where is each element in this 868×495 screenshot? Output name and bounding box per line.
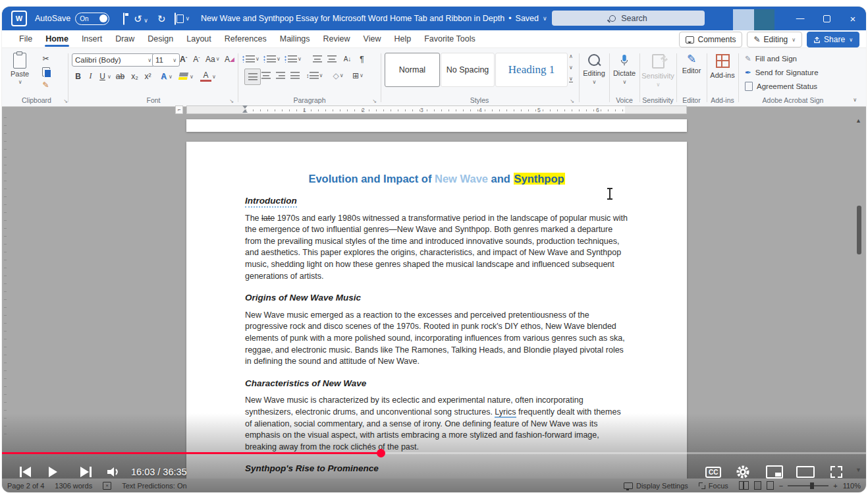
zoom-slider-thumb[interactable] (810, 482, 814, 489)
paragraph-dialog-launcher[interactable]: ↘ (372, 98, 377, 104)
decrease-indent-button[interactable] (312, 53, 323, 65)
style-no-spacing[interactable]: No Spacing (441, 53, 495, 87)
multilevel-list-button[interactable]: ∨ (288, 53, 302, 65)
word-count[interactable]: 1306 words (55, 482, 92, 490)
quick-access-overflow-button[interactable]: ∨ (185, 16, 190, 22)
strikethrough-button[interactable]: ab (115, 70, 126, 82)
theater-mode-button[interactable] (796, 461, 815, 482)
text-effects-button[interactable]: A (158, 70, 169, 82)
editing-mode-button[interactable]: ✎ Editing ∨ (747, 32, 802, 47)
underline-button[interactable]: U (97, 70, 108, 82)
zoom-out-button[interactable]: − (779, 482, 783, 490)
scrollbar-thumb[interactable] (857, 206, 861, 254)
play-button[interactable] (45, 461, 60, 482)
settings-button[interactable] (736, 461, 750, 482)
subscript-button[interactable]: x₂ (129, 70, 140, 82)
tab-home[interactable]: Home (39, 32, 75, 46)
copy-button[interactable] (175, 14, 176, 24)
style-heading-1[interactable]: Heading 1 (495, 53, 568, 87)
change-case-button[interactable]: Aa∨ (205, 53, 220, 65)
tab-layout[interactable]: Layout (180, 32, 218, 46)
align-left-button[interactable] (244, 69, 261, 85)
player-progress-bar[interactable] (2, 452, 866, 454)
autosave-toggle[interactable]: AutoSave On (35, 13, 109, 25)
page-2[interactable]: Evolution and Impact of New Wave and Syn… (186, 142, 687, 492)
comments-button[interactable]: Comments (679, 32, 742, 47)
page-indicator[interactable]: Page 2 of 4 (7, 482, 44, 490)
copy-button-ribbon[interactable] (40, 65, 51, 78)
style-normal[interactable]: Normal (385, 53, 440, 87)
editor-button[interactable]: ✎ Editor (678, 48, 705, 74)
font-color-button[interactable]: A (200, 70, 211, 82)
shading-button[interactable]: ◇∨ (333, 69, 344, 82)
align-center-button[interactable] (260, 69, 271, 82)
tab-help[interactable]: Help (387, 32, 418, 46)
text-predictions[interactable]: Text Predictions: On (122, 482, 186, 490)
styles-dialog-launcher[interactable]: ↘ (570, 98, 574, 104)
font-name-combo[interactable]: Calibri (Body) ∨ (72, 53, 155, 67)
undo-button[interactable]: ↺ ∨ (134, 14, 148, 24)
styles-scroll-down-icon[interactable]: ∨ (569, 65, 573, 71)
sensitivity-button[interactable]: Sensitivity ∨ (641, 48, 675, 88)
tab-references[interactable]: References (218, 32, 273, 46)
volume-button[interactable] (105, 461, 122, 482)
display-settings-button[interactable]: Display Settings (624, 482, 688, 490)
search-box[interactable]: Search (552, 11, 705, 26)
styles-scroll-up-icon[interactable]: ∧ (569, 53, 573, 59)
borders-button[interactable]: ⊞∨ (352, 69, 364, 82)
tab-stop-selector[interactable]: ⌐ (175, 105, 183, 114)
bold-button[interactable]: B (72, 70, 84, 82)
shrink-font-button[interactable]: Aˇ (191, 53, 202, 65)
tab-draw[interactable]: Draw (109, 32, 141, 46)
zoom-slider[interactable] (788, 485, 828, 486)
word-app-icon[interactable]: W (11, 11, 27, 26)
previous-button[interactable] (16, 461, 34, 482)
save-button[interactable] (123, 14, 124, 24)
sort-button[interactable]: A↓ (342, 53, 353, 65)
agreement-status-button[interactable]: Agreement Status (745, 79, 817, 93)
editing-group-button[interactable]: Editing ∨ (580, 48, 608, 106)
justify-button[interactable] (289, 69, 300, 82)
restore-button[interactable] (813, 7, 840, 30)
font-dialog-launcher[interactable]: ↘ (229, 98, 234, 104)
document-title[interactable]: New Wave and Synthpop Essay for Microsof… (201, 14, 547, 23)
indent-marker[interactable] (242, 105, 248, 115)
numbering-button[interactable]: ∨ (267, 53, 281, 65)
share-button[interactable]: Share ∨ (807, 32, 859, 47)
scroll-up-arrow[interactable]: ▲ (855, 117, 861, 124)
line-spacing-button[interactable]: ↕∨ (306, 69, 323, 82)
font-size-combo[interactable]: 11 ∨ (152, 53, 180, 67)
format-painter-button[interactable]: ✎ (40, 78, 51, 91)
clear-formatting-button[interactable]: A◢ (224, 53, 235, 65)
minimize-button[interactable]: — (787, 7, 813, 30)
cut-button[interactable]: ✂ (40, 52, 51, 65)
italic-button[interactable]: I (85, 70, 96, 82)
zoom-in-button[interactable]: + (833, 482, 837, 490)
bullets-button[interactable]: ∨ (246, 53, 259, 65)
document-content[interactable]: Evolution and Impact of New Wave and Syn… (245, 172, 628, 480)
horizontal-ruler[interactable]: 1 2 3 4 5 6 (186, 105, 687, 114)
tab-mailings[interactable]: Mailings (273, 32, 317, 46)
focus-button[interactable]: Focus (699, 482, 728, 490)
superscript-button[interactable]: x² (142, 70, 153, 82)
collapse-ribbon-chevron-icon[interactable]: ∨ (853, 97, 857, 103)
paste-button[interactable]: Paste ∨ (11, 48, 29, 85)
close-button[interactable]: × (840, 7, 866, 30)
dictate-button[interactable]: Dictate ∨ (610, 48, 638, 85)
highlight-button[interactable] (178, 70, 189, 82)
fill-and-sign-button[interactable]: ✎ Fill and Sign (745, 51, 797, 65)
send-for-signature-button[interactable]: ✒ Send for Signature (745, 65, 819, 79)
grow-font-button[interactable]: Aˆ (178, 53, 189, 65)
tab-insert[interactable]: Insert (75, 32, 109, 46)
fullscreen-button[interactable] (830, 461, 842, 482)
zoom-percentage[interactable]: 110% (843, 482, 861, 490)
increase-indent-button[interactable] (326, 53, 337, 65)
proofing-errors-button[interactable]: × (103, 482, 111, 490)
tab-favorite-tools[interactable]: Favorite Tools (418, 32, 482, 46)
tab-file[interactable]: File (13, 32, 39, 46)
captions-button[interactable]: CC (705, 461, 721, 482)
show-formatting-button[interactable]: ¶ (356, 53, 367, 65)
tab-review[interactable]: Review (317, 32, 357, 46)
clipboard-dialog-launcher[interactable]: ↘ (63, 98, 68, 104)
tab-design[interactable]: Design (141, 32, 180, 46)
